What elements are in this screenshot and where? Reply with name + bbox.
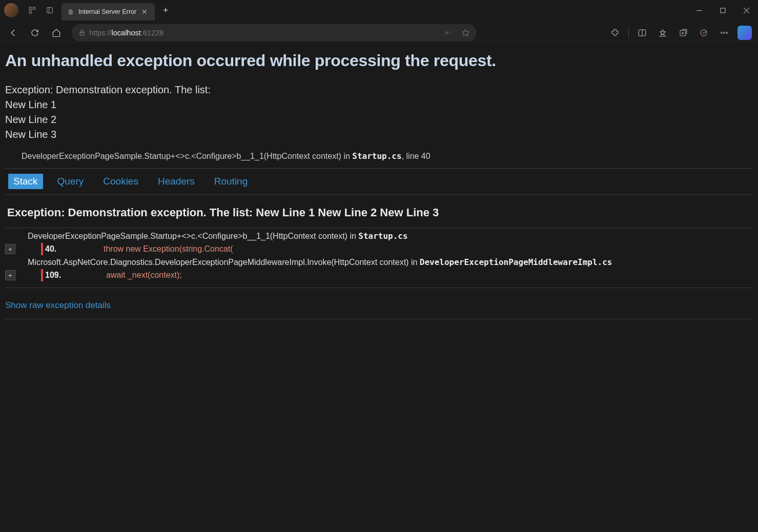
detail-tabs: Stack Query Cookies Headers Routing [5, 171, 753, 192]
workspaces-icon[interactable] [24, 2, 41, 19]
tab-cookies[interactable]: Cookies [98, 174, 144, 189]
stack-frame-code: + 109. await _next(context); [5, 268, 753, 282]
svg-rect-1 [33, 7, 35, 10]
code-snippet: await _next(context); [65, 269, 182, 281]
new-tab-button[interactable]: + [158, 3, 173, 18]
svg-text:A: A [445, 30, 448, 35]
titlebar: 🗎 Internal Server Error ✕ + [0, 0, 758, 21]
svg-rect-0 [29, 7, 32, 10]
toolbar: https://localhost:61228 A [0, 21, 758, 45]
tab-headers[interactable]: Headers [153, 174, 200, 189]
line-number: 40. [43, 243, 63, 255]
refresh-button[interactable] [26, 24, 44, 42]
svg-rect-6 [721, 8, 725, 13]
tab-actions-icon[interactable] [41, 2, 58, 19]
frame-location: Microsoft.AspNetCore.Diagnostics.Develop… [11, 257, 612, 267]
expand-frame-button[interactable]: + [5, 244, 15, 254]
divider [5, 228, 753, 228]
stack-frame: DeveloperExceptionPageSample.Startup+<>c… [5, 230, 753, 242]
tab-query[interactable]: Query [52, 174, 89, 189]
svg-rect-2 [29, 11, 32, 13]
read-aloud-icon[interactable]: A [440, 25, 456, 41]
code-snippet: throw new Exception(string.Concat( [63, 243, 233, 255]
browser-tab[interactable]: 🗎 Internal Server Error ✕ [62, 3, 155, 21]
divider [5, 319, 753, 319]
performance-icon[interactable] [694, 24, 713, 42]
close-tab-icon[interactable]: ✕ [140, 8, 149, 16]
page-icon: 🗎 [68, 8, 74, 16]
back-button[interactable] [4, 24, 23, 42]
tab-title: Internal Server Error [78, 8, 136, 15]
svg-marker-14 [660, 30, 666, 35]
window-controls [687, 0, 758, 21]
svg-rect-3 [47, 8, 53, 13]
exception-message: Exception: Demonstration exception. The … [5, 83, 753, 142]
divider [5, 168, 753, 169]
frame-location: DeveloperExceptionPageSample.Startup+<>c… [11, 231, 408, 241]
split-screen-icon[interactable] [633, 24, 651, 42]
svg-marker-11 [462, 29, 469, 36]
copilot-icon[interactable] [735, 24, 754, 42]
minimize-button[interactable] [687, 0, 711, 21]
svg-point-21 [726, 32, 727, 33]
tab-stack[interactable]: Stack [8, 174, 43, 189]
page-title: An unhandled exception occurred while pr… [5, 51, 753, 70]
close-window-button[interactable] [734, 0, 758, 21]
expand-frame-button[interactable]: + [5, 270, 15, 280]
address-bar[interactable]: https://localhost:61228 A [72, 24, 477, 42]
lock-icon[interactable] [75, 26, 89, 40]
exception-source: DeveloperExceptionPageSample.Startup+<>c… [5, 151, 753, 161]
stack-frame: Microsoft.AspNetCore.Diagnostics.Develop… [5, 256, 753, 268]
svg-point-20 [724, 32, 725, 33]
divider [628, 28, 629, 38]
page-content: An unhandled exception occurred while pr… [0, 45, 758, 532]
divider [5, 288, 753, 288]
favorite-icon[interactable] [457, 25, 474, 41]
favorites-list-icon[interactable] [653, 24, 672, 42]
profile-avatar[interactable] [4, 3, 18, 17]
divider [5, 194, 753, 195]
home-button[interactable] [47, 24, 66, 42]
line-number: 109. [43, 269, 65, 281]
url-text[interactable]: https://localhost:61228 [89, 29, 440, 37]
maximize-button[interactable] [711, 0, 734, 21]
extensions-icon[interactable] [606, 24, 624, 42]
svg-point-19 [721, 32, 722, 33]
collections-icon[interactable] [674, 24, 692, 42]
stack-heading: Exception: Demonstration exception. The … [5, 197, 753, 226]
more-icon[interactable] [715, 24, 733, 42]
tab-routing[interactable]: Routing [209, 174, 253, 189]
stack-frame-code: + 40. throw new Exception(string.Concat( [5, 242, 753, 256]
show-raw-link[interactable]: Show raw exception details [5, 290, 111, 317]
svg-rect-9 [80, 32, 84, 35]
